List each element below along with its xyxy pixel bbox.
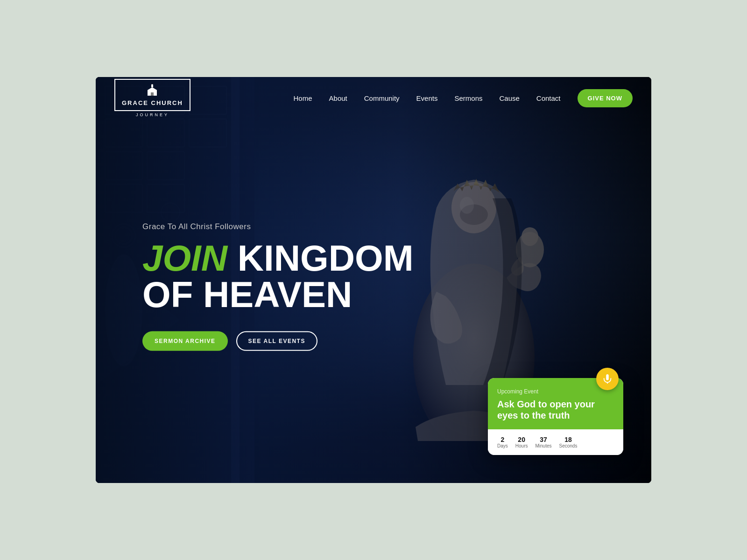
hero-headline: JOIN KINGDOMOF HEAVEN bbox=[142, 240, 414, 313]
give-now-button[interactable]: GIVE NOW bbox=[578, 89, 633, 107]
logo-sub: JOURNEY bbox=[136, 112, 169, 117]
event-card: Upcoming Event Ask God to open your eyes… bbox=[488, 378, 623, 455]
church-icon bbox=[146, 84, 159, 98]
svg-rect-24 bbox=[151, 92, 154, 96]
hero-buttons: SERMON ARCHIVE SEE ALL EVENTS bbox=[142, 331, 414, 351]
hours-label: Hours bbox=[515, 443, 528, 448]
event-title: Ask God to open your eyes to the truth bbox=[497, 399, 614, 421]
event-countdown: 2 Days 20 Hours 37 Minutes 18 Seconds bbox=[488, 429, 623, 455]
hero-tagline: Grace To All Christ Followers bbox=[142, 222, 414, 231]
countdown-hours: 20 Hours bbox=[515, 436, 528, 448]
page-wrapper: GRACE CHURCH JOURNEY Home About Communit… bbox=[96, 77, 651, 483]
event-label: Upcoming Event bbox=[497, 388, 614, 395]
see-all-events-button[interactable]: SEE ALL EVENTS bbox=[236, 331, 317, 351]
nav-community[interactable]: Community bbox=[364, 94, 400, 102]
nav-cause[interactable]: Cause bbox=[499, 94, 519, 102]
countdown-seconds: 18 Seconds bbox=[559, 436, 578, 448]
days-value: 2 bbox=[501, 436, 505, 443]
nav-home[interactable]: Home bbox=[294, 94, 312, 102]
sermon-archive-button[interactable]: SERMON ARCHIVE bbox=[142, 331, 228, 351]
logo: GRACE CHURCH JOURNEY bbox=[114, 79, 190, 118]
logo-box: GRACE CHURCH bbox=[114, 79, 190, 112]
days-label: Days bbox=[497, 443, 508, 448]
event-card-wrapper: Upcoming Event Ask God to open your eyes… bbox=[488, 378, 623, 455]
nav-sermons[interactable]: Sermons bbox=[454, 94, 482, 102]
minutes-label: Minutes bbox=[535, 443, 551, 448]
hero-content: Grace To All Christ Followers JOIN KINGD… bbox=[142, 222, 414, 351]
logo-name: GRACE CHURCH bbox=[122, 99, 183, 107]
countdown-days: 2 Days bbox=[497, 436, 508, 448]
nav-about[interactable]: About bbox=[329, 94, 347, 102]
nav-events[interactable]: Events bbox=[416, 94, 438, 102]
mic-icon bbox=[602, 374, 613, 384]
nav-links: Home About Community Events Sermons Caus… bbox=[294, 89, 633, 107]
hero-join-word: JOIN bbox=[142, 238, 227, 279]
seconds-value: 18 bbox=[564, 436, 572, 443]
navbar: GRACE CHURCH JOURNEY Home About Communit… bbox=[96, 77, 651, 119]
seconds-label: Seconds bbox=[559, 443, 578, 448]
countdown-minutes: 37 Minutes bbox=[535, 436, 551, 448]
minutes-value: 37 bbox=[540, 436, 547, 443]
hours-value: 20 bbox=[518, 436, 525, 443]
nav-contact[interactable]: Contact bbox=[536, 94, 561, 102]
svg-rect-23 bbox=[152, 84, 153, 85]
mic-button[interactable] bbox=[596, 368, 619, 390]
